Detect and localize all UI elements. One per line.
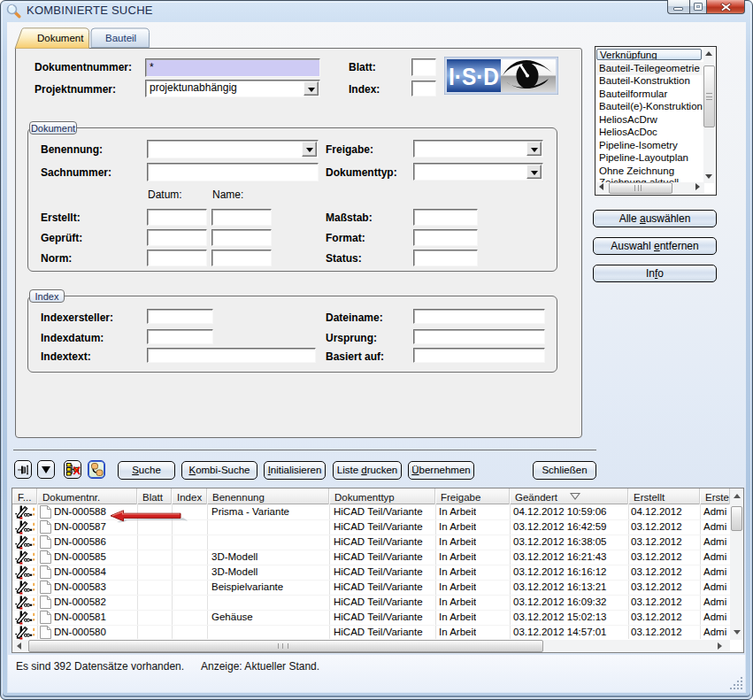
- svg-text:I·S·D: I·S·D: [449, 64, 499, 90]
